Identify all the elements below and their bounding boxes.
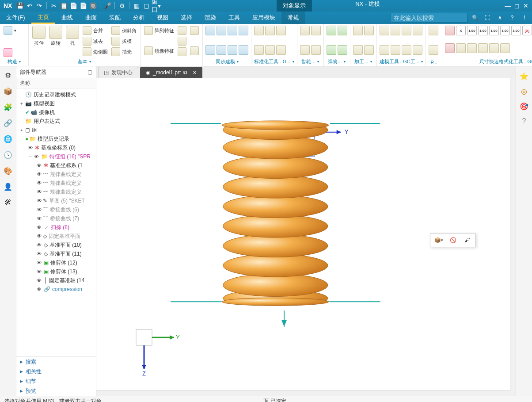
- accordion-search[interactable]: ▶搜索: [16, 357, 96, 367]
- sync-tool[interactable]: [228, 26, 237, 35]
- qat-grid-icon[interactable]: ▦: [132, 1, 141, 10]
- menu-tools[interactable]: 工具: [222, 11, 246, 24]
- sync-tool[interactable]: [217, 45, 226, 55]
- accordion-details[interactable]: ▶细节: [16, 376, 96, 386]
- tree-node-datum-csys-0[interactable]: ✱基准坐标系 (0): [16, 143, 96, 152]
- gear-tool[interactable]: [300, 45, 310, 55]
- draft-button[interactable]: 拔模: [110, 36, 137, 46]
- sync-tool[interactable]: [205, 45, 215, 55]
- model-tool[interactable]: [402, 45, 411, 55]
- pattern-feature-button[interactable]: 阵列特征: [143, 26, 175, 35]
- dim-tool[interactable]: 1.00: [478, 26, 488, 35]
- rb-system-icon[interactable]: 🛠: [2, 196, 14, 209]
- tree-node-bridge-curve-6[interactable]: 👁⌒桥接曲线 (6): [16, 205, 96, 214]
- dim-tool[interactable]: [500, 43, 510, 53]
- view-triad[interactable]: Y Z: [132, 325, 185, 378]
- quickpick-body-icon[interactable]: 📦 ▾: [434, 235, 444, 245]
- rb-help2-icon[interactable]: ?: [519, 116, 529, 126]
- p-tool[interactable]: [429, 45, 438, 55]
- qat-paste-icon[interactable]: 📄: [69, 1, 78, 10]
- dim-tool[interactable]: [445, 26, 455, 35]
- tree-node-fixed-datum-plane-9[interactable]: 👁◇固定基准平面: [16, 232, 96, 241]
- tree-node-groups[interactable]: +▢组: [16, 126, 96, 134]
- help-icon[interactable]: ?: [507, 13, 517, 23]
- menu-select[interactable]: 选择: [175, 11, 198, 24]
- navigator-close-icon[interactable]: ▢: [87, 69, 92, 75]
- pattern-more-2[interactable]: [177, 36, 187, 46]
- tree-node-law-curve-2[interactable]: 👁〰规律曲线定义: [16, 170, 96, 179]
- std-tool[interactable]: [265, 26, 275, 35]
- pattern-more-4[interactable]: [189, 26, 200, 35]
- std-tool[interactable]: [276, 45, 286, 55]
- std-tool[interactable]: [265, 45, 275, 55]
- dim-tool[interactable]: 1.00: [489, 26, 499, 35]
- tab-close-icon[interactable]: ✕: [193, 70, 197, 76]
- qat-window-menu[interactable]: 窗口 ▾: [152, 1, 160, 10]
- mirror-feature-button[interactable]: 镜像特征: [143, 46, 175, 56]
- menu-assembly[interactable]: 装配: [103, 11, 127, 24]
- model-tool[interactable]: [380, 26, 389, 35]
- tree-node-model-views[interactable]: +📷模型视图: [16, 99, 96, 108]
- collapse-ribbon-icon[interactable]: ∧: [495, 13, 505, 23]
- navigator-col-name[interactable]: 名称: [16, 78, 96, 88]
- spring-tool[interactable]: [338, 45, 347, 55]
- construct-tool-1[interactable]: ▾: [3, 26, 17, 35]
- tree-node-bridge-curve-7[interactable]: 👁⌒桥接曲线 (7): [16, 214, 96, 223]
- rb-assembly-navigator-icon[interactable]: 🧩: [2, 101, 14, 113]
- tree-node-user-expressions[interactable]: 📁用户表达式: [16, 117, 96, 126]
- p-tool[interactable]: [429, 26, 438, 35]
- extrude-button[interactable]: 拉伸: [31, 26, 46, 46]
- menu-analysis[interactable]: 分析: [127, 11, 151, 24]
- std-tool[interactable]: [254, 45, 264, 55]
- qat-undo-icon[interactable]: ↶: [25, 1, 34, 10]
- menu-home[interactable]: 主页: [31, 11, 55, 24]
- tree-node-feature-group-16[interactable]: −📁特征组 (16) "SPR: [16, 152, 96, 161]
- chamfer-button[interactable]: 倒斜角: [110, 26, 137, 35]
- dim-tool[interactable]: [489, 43, 499, 53]
- spring-tool[interactable]: [327, 26, 336, 35]
- qat-mic-icon[interactable]: 🎤: [103, 1, 112, 10]
- dim-tool[interactable]: [X]: [522, 26, 532, 35]
- shell-button[interactable]: 抽壳: [110, 47, 137, 57]
- close-button[interactable]: ✕: [523, 2, 528, 9]
- mfg-tool[interactable]: [364, 26, 374, 35]
- menu-general[interactable]: 常规: [281, 11, 305, 24]
- tree-node-fixed-datum-axis-14[interactable]: │固定基准轴 (14: [16, 276, 96, 285]
- vertical-scrollbar[interactable]: [510, 78, 516, 391]
- model-tool[interactable]: [380, 45, 389, 55]
- dim-tool[interactable]: 1.00: [500, 26, 510, 35]
- revolve-button[interactable]: 旋转: [48, 26, 63, 46]
- tree-node-sketch-5[interactable]: 👁✎草图 (5) "SKET: [16, 196, 96, 205]
- accordion-dependency[interactable]: ▶相关性: [16, 367, 96, 376]
- subtract-button[interactable]: 减去: [82, 36, 109, 46]
- menu-surface[interactable]: 曲面: [79, 11, 103, 24]
- dim-tool[interactable]: X: [456, 26, 466, 35]
- qat-cut-icon[interactable]: ✂: [49, 1, 58, 10]
- sync-tool[interactable]: [217, 26, 226, 35]
- model-tool[interactable]: [391, 26, 400, 35]
- rb-roles-icon[interactable]: 👤: [2, 180, 14, 193]
- rb-settings-icon[interactable]: ⚙: [2, 69, 14, 81]
- rb-palette-icon[interactable]: 🎨: [2, 165, 14, 177]
- spring-tool[interactable]: [327, 45, 336, 55]
- tree-node-datum-plane-10[interactable]: ◇基准平面 (10): [16, 241, 96, 249]
- rb-part-navigator-icon[interactable]: 📦: [2, 85, 14, 97]
- rb-constraint-navigator-icon[interactable]: 🔗: [2, 117, 14, 129]
- gear-tool[interactable]: [311, 45, 321, 55]
- tree-node-trim-body-12[interactable]: ▣修剪体 (12): [16, 258, 96, 267]
- hole-button[interactable]: 孔: [65, 26, 80, 46]
- sync-tool[interactable]: [205, 26, 215, 35]
- rb-favorite-icon[interactable]: ⭐: [519, 71, 529, 81]
- search-icon[interactable]: 🔍: [470, 13, 480, 23]
- dim-tool[interactable]: [445, 43, 455, 53]
- tree-node-swept-8[interactable]: ⟋扫掠 (8): [16, 223, 96, 232]
- construct-tool-2[interactable]: [3, 48, 17, 57]
- qat-copy-icon[interactable]: 📋: [59, 1, 68, 10]
- menu-file[interactable]: 文件(F): [0, 11, 31, 24]
- accordion-preview[interactable]: ▶预览: [16, 386, 96, 396]
- dim-tool[interactable]: [467, 43, 477, 53]
- spring-body[interactable]: [221, 118, 330, 310]
- rb-target-icon[interactable]: 🎯: [519, 101, 529, 111]
- spring-tool[interactable]: [338, 26, 347, 35]
- sync-tool[interactable]: [239, 26, 248, 35]
